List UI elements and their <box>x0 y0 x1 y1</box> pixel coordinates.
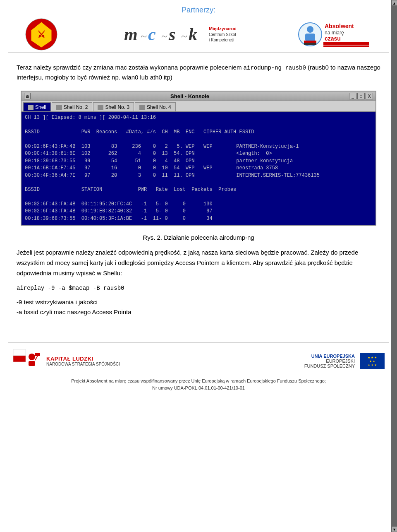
svg-point-28 <box>29 354 35 360</box>
svg-rect-29 <box>29 361 35 366</box>
svg-text:m: m <box>124 25 138 44</box>
scroll-track[interactable] <box>392 6 397 526</box>
intro-paragraph: Teraz należy sprawdzić czy zmiana mac zo… <box>17 63 380 82</box>
svg-rect-23 <box>323 44 369 46</box>
svg-text:~: ~ <box>141 30 147 43</box>
tab-shell-1[interactable]: Shell <box>23 102 51 111</box>
svg-rect-24 <box>323 46 369 47</box>
svg-text:s: s <box>168 25 175 44</box>
svg-text:Absolwent: Absolwent <box>325 23 354 29</box>
svg-text:★ ★ ★: ★ ★ ★ <box>368 356 377 359</box>
close-button[interactable]: X <box>366 93 373 99</box>
footer-kl-text: KAPITAŁ LUDZKI NARODOWA STRATEGIA SPÓJNO… <box>46 356 120 366</box>
svg-text:★   ★: ★ ★ <box>369 360 375 363</box>
ue-text: UNIA EUROPEJSKA EUROPEJSKI FUNDUSZ SPOŁE… <box>304 354 355 368</box>
logo-center: m ~ c ~ s ~ k Międzynarodowe Centrum Szk… <box>120 19 236 52</box>
tab-shell-4[interactable]: Shell No. 4 <box>135 102 176 111</box>
svg-text:i Kompetencji: i Kompetencji <box>209 38 234 42</box>
svg-text:czasu: czasu <box>325 35 341 42</box>
footer-left: KAPITAŁ LUDZKI NARODOWA STRATEGIA SPÓJNO… <box>12 349 120 373</box>
svg-rect-14 <box>305 34 315 41</box>
terminal-title: Shell - Konsole <box>31 93 349 99</box>
svg-rect-17 <box>304 43 316 44</box>
terminal-window: 🖥 Shell - Konsole _ □ X Shell Shell No. … <box>21 91 376 226</box>
tab-shell-3[interactable]: Shell No. 3 <box>93 102 134 111</box>
terminal-output: CH 13 ][ Elapsed: 8 mins ][ 2008-04-11 1… <box>25 114 368 222</box>
logo-right: Absolwent na miarę czasu <box>298 19 372 51</box>
eu-flag: ★ ★ ★ ★ ★ ★ ★ ★ <box>360 353 385 369</box>
svg-text:c: c <box>148 25 156 44</box>
tab-icon-3 <box>98 105 103 110</box>
svg-rect-16 <box>304 43 316 43</box>
logo-left: ⚔ <box>25 18 58 52</box>
svg-rect-18 <box>304 44 316 45</box>
terminal-scrollbar[interactable]: ▲ ▼ <box>391 0 397 532</box>
figure-caption: Rys. 2. Działanie polecenia airodump-ng <box>17 234 380 241</box>
svg-text:Międzynarodowe: Międzynarodowe <box>209 26 236 31</box>
footer-right: UNIA EUROPEJSKA EUROPEJSKI FUNDUSZ SPOŁE… <box>304 353 385 369</box>
kl-logo <box>12 349 41 373</box>
svg-rect-22 <box>323 42 369 44</box>
svg-rect-27 <box>13 356 26 362</box>
svg-text:k: k <box>189 25 197 44</box>
svg-text:~: ~ <box>161 30 167 43</box>
footer: KAPITAŁ LUDZKI NARODOWA STRATEGIA SPÓJNO… <box>0 349 397 376</box>
tab-icon-2 <box>56 105 62 110</box>
svg-rect-15 <box>304 41 316 43</box>
svg-text:★ ★ ★: ★ ★ ★ <box>368 363 377 366</box>
tab-shell-2[interactable]: Shell No. 2 <box>52 102 93 111</box>
partner-label: Partnerzy: <box>0 6 397 14</box>
footer-bottom: Projekt Absolwent na miarę czasu współfi… <box>0 376 397 395</box>
svg-text:~: ~ <box>181 30 187 43</box>
kl-title: KAPITAŁ LUDZKI <box>46 356 120 362</box>
terminal-body: CH 13 ][ Elapsed: 8 mins ][ 2008-04-11 1… <box>22 112 375 225</box>
scroll-down[interactable]: ▼ <box>392 526 397 532</box>
body-text-1: Jeżeli jest poprawnie należy znaleźć odp… <box>17 248 380 278</box>
svg-rect-31 <box>35 353 40 356</box>
svg-text:na miarę: na miarę <box>325 30 344 36</box>
code-line-1: aireplay -9 -a $macap -B rausb0 <box>17 283 380 293</box>
window-icon[interactable]: 🖥 <box>24 93 31 99</box>
kl-subtitle: NARODOWA STRATEGIA SPÓJNOŚCI <box>46 362 120 366</box>
maximize-button[interactable]: □ <box>357 93 365 99</box>
svg-point-13 <box>307 26 313 33</box>
tab-icon-4 <box>139 105 145 110</box>
scroll-up[interactable]: ▲ <box>392 0 397 6</box>
tab-icon-1 <box>28 105 33 110</box>
terminal-titlebar: 🖥 Shell - Konsole _ □ X <box>22 91 375 101</box>
svg-rect-26 <box>13 349 26 356</box>
body-text-2: -9 test wstrzykiwania i jakości -a bssid… <box>17 297 380 318</box>
svg-text:⚔: ⚔ <box>37 29 45 40</box>
svg-text:Centrum Szkoleń: Centrum Szkoleń <box>209 32 236 37</box>
minimize-button[interactable]: _ <box>349 93 356 99</box>
terminal-tabs: Shell Shell No. 2 Shell No. 3 Shell No. … <box>22 101 375 112</box>
